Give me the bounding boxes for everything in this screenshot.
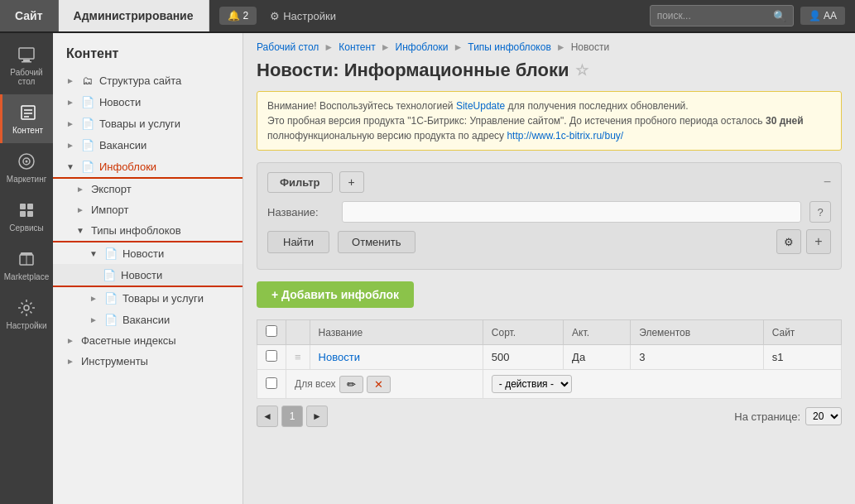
table-add-button[interactable]: + xyxy=(806,229,831,254)
breadcrumb-types[interactable]: Типы инфоблоков xyxy=(468,41,550,53)
sidebar-item-structure[interactable]: ► 🗂 Структура сайта xyxy=(53,70,243,91)
sidebar-item-marketing[interactable]: Маркетинг xyxy=(0,143,53,192)
sidebar-item-news-top[interactable]: ► 📄 Новости xyxy=(53,91,243,113)
next-page-button[interactable]: ► xyxy=(306,406,328,427)
sidebar-item-settings[interactable]: Настройки xyxy=(0,290,53,338)
filter-name-row: Название: ? xyxy=(267,201,831,223)
row-active: Да xyxy=(564,345,631,370)
search-icon: 🔍 xyxy=(773,10,786,22)
arrow-icon: ► xyxy=(76,185,84,194)
breadcrumb-infobloki[interactable]: Инфоблоки xyxy=(396,41,449,53)
search-box: 🔍 xyxy=(650,5,794,26)
news-sub-icon: 📄 xyxy=(103,268,116,281)
sidebar-item-news-type[interactable]: ▼ 📄 Новости xyxy=(53,242,243,264)
breadcrumb-content[interactable]: Контент xyxy=(339,41,375,53)
row-checkbox[interactable] xyxy=(266,350,277,362)
sidebar-item-types[interactable]: ▼ Типы инфоблоков xyxy=(53,220,243,242)
filter-button[interactable]: Фильтр xyxy=(267,172,333,193)
notifications-bell[interactable]: 🔔 2 xyxy=(219,7,257,25)
col-elements: Элементов xyxy=(631,320,763,345)
marketplace-icon xyxy=(17,249,36,269)
bulk-delete-button[interactable]: ✕ xyxy=(367,376,391,393)
sidebar-item-facets[interactable]: ► Фасетные индексы xyxy=(53,330,243,351)
sidebar-item-desktop[interactable]: Рабочий стол xyxy=(0,36,53,94)
breadcrumb-desktop[interactable]: Рабочий стол xyxy=(257,41,319,53)
filter-name-label: Название: xyxy=(267,206,334,218)
filter-collapse-button[interactable]: − xyxy=(824,175,831,190)
alert-box: Внимание! Воспользуйтесь технологией Sit… xyxy=(257,91,842,151)
user-button[interactable]: 👤 АА xyxy=(800,7,845,25)
services-icon xyxy=(17,200,36,220)
arrow-icon: ▼ xyxy=(66,162,74,171)
settings-menu[interactable]: ⚙ Настройки xyxy=(270,10,336,22)
sidebar-item-marketplace[interactable]: Marketplace xyxy=(0,241,53,290)
svg-rect-1 xyxy=(23,60,30,61)
table-settings-button[interactable]: ⚙ xyxy=(776,229,801,254)
admin-tab[interactable]: Администрирование xyxy=(59,0,209,31)
pagination: ◄ 1 ► xyxy=(257,406,328,427)
drag-handle[interactable]: ≡ xyxy=(295,351,301,363)
svg-point-9 xyxy=(26,161,28,163)
data-table: Название Сорт. Акт. Элементов Сайт ≡ Нов… xyxy=(257,319,842,399)
main-content: Рабочий стол ► Контент ► Инфоблоки ► Тип… xyxy=(243,33,855,504)
col-name: Название xyxy=(310,320,483,345)
table-row: ≡ Новости 500 Да 3 s1 xyxy=(257,345,842,370)
add-infoblok-button[interactable]: + Добавить инфоблок xyxy=(257,281,414,308)
sidebar-item-vacancies-type[interactable]: ► 📄 Вакансии xyxy=(53,309,243,330)
content-icon xyxy=(18,103,38,122)
filter-add-button[interactable]: + xyxy=(339,171,364,193)
svg-rect-13 xyxy=(27,211,33,217)
arrow-icon: ► xyxy=(89,294,98,303)
select-all-checkbox[interactable] xyxy=(266,325,277,337)
arrow-icon: ► xyxy=(66,98,74,107)
bulk-checkbox[interactable] xyxy=(266,377,277,389)
row-name[interactable]: Новости xyxy=(310,345,483,370)
cancel-filter-button[interactable]: Отменить xyxy=(338,231,415,253)
per-page-select[interactable]: 20 xyxy=(805,407,842,425)
actions-dropdown[interactable]: - действия - xyxy=(492,375,572,393)
sidebar-item-infobloki[interactable]: ▼ 📄 Инфоблоки xyxy=(53,156,243,179)
search-input[interactable] xyxy=(657,10,773,22)
sidebar-item-news-sub[interactable]: 📄 Новости xyxy=(53,264,243,287)
sidebar-item-goods-type[interactable]: ► 📄 Товары и услуги xyxy=(53,287,243,309)
filter-help-button[interactable]: ? xyxy=(809,201,831,223)
arrow-icon: ► xyxy=(66,357,74,366)
col-sort: Сорт. xyxy=(483,320,563,345)
infobloki-icon: 📄 xyxy=(81,160,94,173)
sidebar-item-import[interactable]: ► Импорт xyxy=(53,199,243,220)
goods-icon: 📄 xyxy=(81,117,94,130)
sidebar-item-goods[interactable]: ► 📄 Товары и услуги xyxy=(53,113,243,134)
buy-link[interactable]: http://www.1c-bitrix.ru/buy/ xyxy=(507,130,623,142)
table-footer: ◄ 1 ► На странице: 20 xyxy=(257,406,842,427)
arrow-icon: ► xyxy=(66,119,74,128)
gear-icon: ⚙ xyxy=(784,236,794,248)
prev-page-button[interactable]: ◄ xyxy=(257,406,278,427)
sidebar-item-content[interactable]: Контент xyxy=(0,94,53,143)
svg-point-16 xyxy=(24,305,29,310)
sidebar-item-services[interactable]: Сервисы xyxy=(0,192,53,241)
sidebar-item-vacancies[interactable]: ► 📄 Вакансии xyxy=(53,134,243,156)
for-all-label: Для всех xyxy=(295,378,336,390)
top-bar-mid: 🔔 2 ⚙ Настройки xyxy=(209,0,640,31)
vacancies-type-icon: 📄 xyxy=(104,313,118,326)
favorite-star[interactable]: ☆ xyxy=(575,61,588,79)
bulk-edit-button[interactable]: ✏ xyxy=(339,376,363,393)
filter-actions-row: Найти Отменить ⚙ + xyxy=(267,229,831,254)
news-icon: 📄 xyxy=(81,95,94,108)
table-header-row: Название Сорт. Акт. Элементов Сайт xyxy=(257,320,842,345)
sidebar-item-tools[interactable]: ► Инструменты xyxy=(53,351,243,372)
svg-rect-10 xyxy=(20,204,26,209)
per-page-section: На странице: 20 xyxy=(734,407,842,425)
filter-name-input[interactable] xyxy=(342,201,801,223)
sidebar-item-export[interactable]: ► Экспорт xyxy=(53,179,243,199)
site-tab[interactable]: Сайт xyxy=(0,0,59,31)
filter-section: Фильтр + − Название: ? Найти Отменить ⚙ … xyxy=(257,162,842,270)
filter-header: Фильтр + − xyxy=(267,171,831,193)
structure-icon: 🗂 xyxy=(81,74,94,87)
arrow-icon: ► xyxy=(76,205,84,214)
arrow-icon: ► xyxy=(89,315,98,324)
site-update-link[interactable]: SiteUpdate xyxy=(456,100,505,112)
find-button[interactable]: Найти xyxy=(267,231,329,253)
page-1-button[interactable]: 1 xyxy=(281,406,303,427)
marketing-icon xyxy=(17,151,36,171)
